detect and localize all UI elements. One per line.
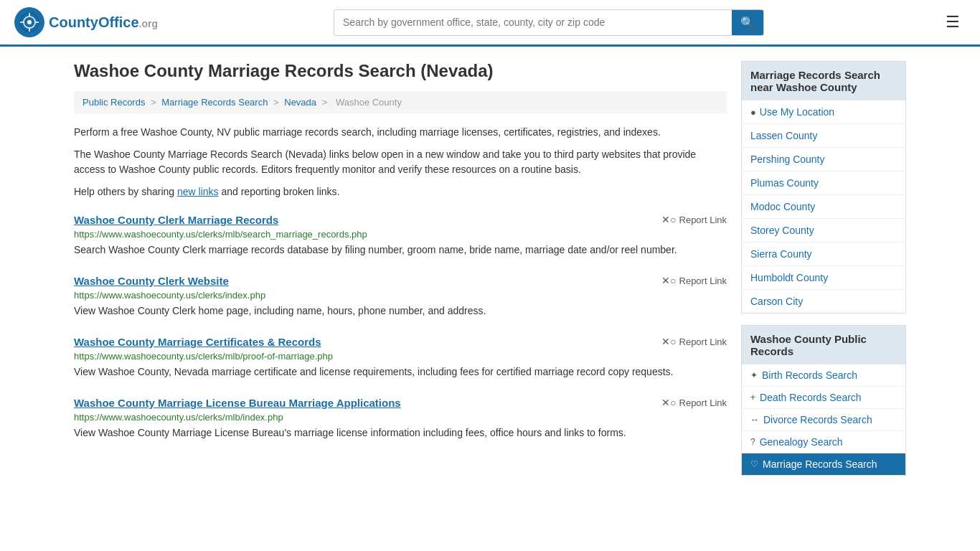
report-label: Report Link (679, 215, 727, 225)
record-url[interactable]: https://www.washoecounty.us/clerks/mlb/p… (74, 351, 727, 362)
public-records-section: Washoe County Public Records ✦ Birth Rec… (741, 325, 906, 476)
public-records-list: ✦ Birth Records Search + Death Records S… (742, 364, 905, 475)
sidebar-nearby-county[interactable]: Sierra County (742, 242, 905, 266)
sidebar-public-record-item[interactable]: ? Genealogy Search (742, 431, 905, 453)
breadcrumb: Public Records > Marriage Records Search… (74, 91, 727, 113)
pub-record-link[interactable]: Marriage Records Search (763, 458, 877, 470)
sidebar-nearby-county[interactable]: Humboldt County (742, 266, 905, 290)
public-records-header: Washoe County Public Records (742, 326, 905, 364)
report-icon: ✕○ (661, 214, 676, 225)
pub-record-icon: ? (750, 437, 755, 447)
header: CountyOffice.org 🔍 ☰ (0, 0, 980, 47)
pub-record-link[interactable]: Death Records Search (760, 392, 862, 403)
breadcrumb-marriage-records[interactable]: Marriage Records Search (161, 97, 268, 108)
sidebar-nearby-county[interactable]: Storey County (742, 219, 905, 242)
share-text: Help others by sharing new links and rep… (74, 184, 727, 199)
breadcrumb-current: Washoe County (336, 97, 402, 108)
record-title[interactable]: Washoe County Marriage Certificates & Re… (74, 336, 321, 348)
record-url[interactable]: https://www.washoecounty.us/clerks/mlb/i… (74, 412, 727, 423)
report-link[interactable]: ✕○ Report Link (661, 336, 727, 347)
sidebar-nearby-county[interactable]: Carson City (742, 290, 905, 313)
report-label: Report Link (679, 276, 727, 286)
nearby-section: Marriage Records Search near Washoe Coun… (741, 61, 906, 314)
intro-text: Perform a free Washoe County, NV public … (74, 125, 727, 140)
record-entry: Washoe County Clerk Website ✕○ Report Li… (74, 275, 727, 319)
use-location-link[interactable]: Use My Location (760, 106, 834, 118)
sidebar-nearby-county[interactable]: Lassen County (742, 124, 905, 148)
report-link[interactable]: ✕○ Report Link (661, 214, 727, 225)
breadcrumb-nevada[interactable]: Nevada (284, 97, 316, 108)
report-icon: ✕○ (661, 397, 676, 408)
records-list: Washoe County Clerk Marriage Records ✕○ … (74, 214, 727, 441)
nearby-county-link[interactable]: Humboldt County (750, 272, 828, 283)
record-url[interactable]: https://www.washoecounty.us/clerks/mlb/s… (74, 229, 727, 240)
record-desc: View Washoe County Clerk home page, incl… (74, 303, 727, 319)
logo-area: CountyOffice.org (14, 7, 158, 37)
record-title[interactable]: Washoe County Marriage License Bureau Ma… (74, 397, 401, 409)
logo-text: CountyOffice.org (49, 14, 158, 31)
sidebar-public-record-item[interactable]: ↔ Divorce Records Search (742, 409, 905, 431)
nearby-header: Marriage Records Search near Washoe Coun… (742, 62, 905, 100)
sidebar-public-record-item[interactable]: ✦ Birth Records Search (742, 364, 905, 387)
nearby-county-link[interactable]: Storey County (750, 225, 814, 236)
search-area: 🔍 (334, 9, 764, 36)
page-title: Washoe County Marriage Records Search (N… (74, 61, 727, 81)
breadcrumb-sep1: > (151, 97, 159, 108)
record-desc: View Washoe County, Nevada marriage cert… (74, 364, 727, 380)
record-header: Washoe County Clerk Marriage Records ✕○ … (74, 214, 727, 226)
record-title[interactable]: Washoe County Clerk Website (74, 275, 229, 287)
main-layout: Washoe County Marriage Records Search (N… (60, 47, 920, 501)
nearby-county-link[interactable]: Carson City (750, 296, 803, 307)
nearby-counties-list: Lassen CountyPershing CountyPlumas Count… (742, 124, 905, 313)
location-icon: ● (750, 107, 756, 118)
nearby-county-link[interactable]: Pershing County (750, 154, 825, 165)
report-label: Report Link (679, 336, 727, 347)
report-link[interactable]: ✕○ Report Link (661, 275, 727, 286)
report-icon: ✕○ (661, 336, 676, 347)
record-title[interactable]: Washoe County Clerk Marriage Records (74, 214, 278, 226)
breadcrumb-sep3: > (322, 97, 330, 108)
record-desc: Search Washoe County Clerk marriage reco… (74, 242, 727, 258)
pub-record-icon: + (750, 392, 755, 402)
record-entry: Washoe County Clerk Marriage Records ✕○ … (74, 214, 727, 258)
report-label: Report Link (679, 397, 727, 408)
hamburger-icon: ☰ (946, 13, 960, 31)
sidebar-nearby-county[interactable]: Pershing County (742, 148, 905, 171)
logo-icon (14, 7, 44, 37)
new-links-link[interactable]: new links (177, 186, 219, 197)
breadcrumb-public-records[interactable]: Public Records (83, 97, 145, 108)
nearby-county-link[interactable]: Sierra County (750, 248, 812, 260)
pub-record-link[interactable]: Genealogy Search (760, 436, 843, 448)
pub-record-link[interactable]: Divorce Records Search (763, 414, 872, 425)
search-input[interactable] (334, 11, 732, 34)
sidebar-public-record-item[interactable]: ♡ Marriage Records Search (742, 453, 905, 475)
menu-button[interactable]: ☰ (940, 10, 966, 34)
sidebar-nearby-county[interactable]: Plumas County (742, 171, 905, 195)
report-icon: ✕○ (661, 275, 676, 286)
nearby-county-link[interactable]: Plumas County (750, 177, 819, 189)
pub-record-icon: ♡ (750, 459, 758, 469)
sidebar: Marriage Records Search near Washoe Coun… (741, 61, 906, 487)
sidebar-public-record-item[interactable]: + Death Records Search (742, 387, 905, 409)
record-url[interactable]: https://www.washoecounty.us/clerks/index… (74, 290, 727, 301)
content-area: Washoe County Marriage Records Search (N… (74, 61, 727, 487)
sidebar-use-location[interactable]: ● Use My Location (742, 100, 905, 124)
record-header: Washoe County Clerk Website ✕○ Report Li… (74, 275, 727, 287)
search-icon: 🔍 (740, 17, 755, 29)
nearby-county-link[interactable]: Modoc County (750, 201, 815, 212)
svg-point-2 (27, 20, 32, 24)
pub-record-icon: ↔ (750, 415, 759, 425)
sidebar-nearby-county[interactable]: Modoc County (742, 195, 905, 219)
record-desc: View Washoe County Marriage License Bure… (74, 425, 727, 441)
record-entry: Washoe County Marriage Certificates & Re… (74, 336, 727, 380)
pub-record-icon: ✦ (750, 370, 758, 380)
record-header: Washoe County Marriage License Bureau Ma… (74, 397, 727, 409)
pub-record-link[interactable]: Birth Records Search (762, 369, 857, 381)
nearby-county-link[interactable]: Lassen County (750, 130, 817, 141)
record-header: Washoe County Marriage Certificates & Re… (74, 336, 727, 348)
search-button[interactable]: 🔍 (732, 10, 763, 35)
intro-text2: The Washoe County Marriage Records Searc… (74, 147, 727, 177)
report-link[interactable]: ✕○ Report Link (661, 397, 727, 408)
record-entry: Washoe County Marriage License Bureau Ma… (74, 397, 727, 441)
breadcrumb-sep2: > (273, 97, 281, 108)
